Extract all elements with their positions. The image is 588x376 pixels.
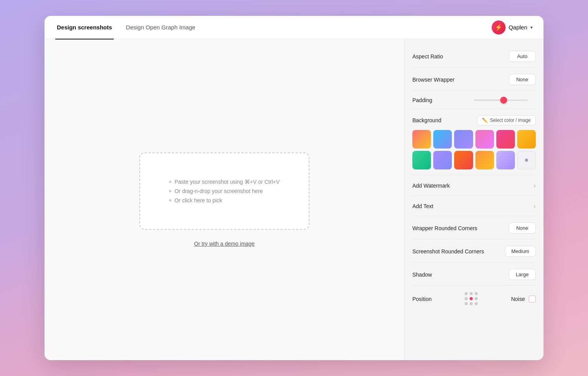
avatar: ⚡ (492, 21, 506, 34)
slider-fill (474, 99, 504, 101)
add-text-label: Add Text (412, 203, 433, 209)
color-swatch-custom[interactable] (517, 151, 536, 169)
aspect-ratio-row: Aspect Ratio Auto (412, 45, 536, 68)
slider-track (474, 99, 528, 101)
user-menu[interactable]: ⚡ Qaplen ▾ (492, 21, 533, 34)
chevron-right-icon: › (534, 182, 536, 189)
color-swatch-4[interactable] (475, 130, 494, 149)
wrapper-corners-row: Wrapper Rounded Corners None (412, 217, 536, 239)
slider-thumb[interactable] (500, 97, 507, 104)
select-color-button[interactable]: ✏️ Select color / image (477, 115, 536, 125)
color-swatch-9[interactable] (454, 151, 473, 169)
position-label: Position (412, 296, 432, 302)
noise-section: Noise (511, 296, 536, 303)
screenshot-corners-row: Screenshot Rounded Corners Medium (412, 240, 536, 263)
color-swatch-3[interactable] (454, 130, 473, 149)
add-text-row[interactable]: Add Text › (412, 197, 536, 216)
pos-dot-2 (470, 292, 473, 295)
padding-slider[interactable] (474, 99, 536, 101)
browser-wrapper-label: Browser Wrapper (412, 77, 455, 83)
color-swatch-7[interactable] (412, 151, 431, 169)
chevron-right-icon-2: › (534, 203, 536, 210)
color-swatch-2[interactable] (433, 130, 452, 149)
pos-dot-3 (475, 292, 478, 295)
chevron-down-icon: ▾ (530, 25, 533, 30)
tab-design-screenshots[interactable]: Design screenshots (55, 16, 114, 39)
background-section: Background ✏️ Select color / image (412, 110, 536, 175)
demo-image-link[interactable]: Or try with a demo image (194, 241, 255, 247)
background-label: Background (412, 117, 441, 123)
shadow-button[interactable]: Large (509, 269, 536, 280)
right-panel: Aspect Ratio Auto Browser Wrapper None P… (404, 39, 544, 360)
pos-dot-4 (465, 297, 468, 300)
main-content: Paste your screenshot using ⌘+V or Ctrl+… (44, 39, 544, 360)
drop-zone[interactable]: Paste your screenshot using ⌘+V or Ctrl+… (139, 152, 309, 230)
drop-zone-instructions: Paste your screenshot using ⌘+V or Ctrl+… (169, 179, 280, 203)
add-watermark-row[interactable]: Add Watermark › (412, 176, 536, 196)
shadow-row: Shadow Large (412, 263, 536, 286)
position-grid[interactable] (465, 292, 479, 306)
color-swatch-8[interactable] (433, 151, 452, 169)
pos-dot-6 (475, 297, 478, 300)
shadow-label: Shadow (412, 272, 432, 278)
background-header: Background ✏️ Select color / image (412, 115, 536, 125)
app-window: Design screenshots Design Open Graph Ima… (44, 16, 544, 360)
pencil-icon: ✏️ (482, 118, 488, 123)
browser-wrapper-row: Browser Wrapper None (412, 68, 536, 91)
noise-label: Noise (511, 296, 525, 302)
aspect-ratio-label: Aspect Ratio (412, 53, 443, 60)
browser-wrapper-button[interactable]: None (509, 74, 536, 85)
pos-dot-7 (465, 302, 468, 305)
instruction-1: Paste your screenshot using ⌘+V or Ctrl+… (169, 179, 280, 185)
pos-dot-1 (465, 292, 468, 295)
wrapper-corners-label: Wrapper Rounded Corners (412, 225, 477, 231)
canvas-area: Paste your screenshot using ⌘+V or Ctrl+… (44, 39, 404, 360)
bullet-2 (169, 190, 171, 192)
user-name: Qaplen (509, 24, 527, 31)
wrapper-corners-button[interactable]: None (509, 222, 536, 234)
tab-bar: Design screenshots Design Open Graph Ima… (55, 16, 208, 39)
pos-dot-9 (475, 302, 478, 305)
screenshot-corners-button[interactable]: Medium (505, 246, 536, 257)
header: Design screenshots Design Open Graph Ima… (44, 16, 544, 39)
add-watermark-label: Add Watermark (412, 183, 450, 189)
screenshot-corners-label: Screenshot Rounded Corners (412, 248, 484, 255)
pos-dot-8 (470, 302, 473, 305)
color-swatch-10[interactable] (475, 151, 494, 169)
bullet-1 (169, 181, 171, 183)
pos-dot-5 (470, 297, 473, 300)
color-swatch-6[interactable] (517, 130, 536, 149)
noise-checkbox[interactable] (529, 296, 536, 303)
color-grid (412, 130, 536, 169)
instruction-2: Or drag-n-drop your screenshot here (169, 188, 280, 194)
instruction-3: Or click here to pick (169, 197, 280, 203)
bullet-3 (169, 199, 171, 202)
padding-label: Padding (412, 97, 432, 103)
color-swatch-1[interactable] (412, 130, 431, 149)
tab-open-graph[interactable]: Design Open Graph Image (125, 16, 197, 39)
position-noise-row: Position Noise (412, 287, 536, 311)
aspect-ratio-button[interactable]: Auto (509, 51, 536, 62)
color-swatch-11[interactable] (496, 151, 515, 169)
color-swatch-5[interactable] (496, 130, 515, 149)
padding-row: Padding (412, 92, 536, 109)
